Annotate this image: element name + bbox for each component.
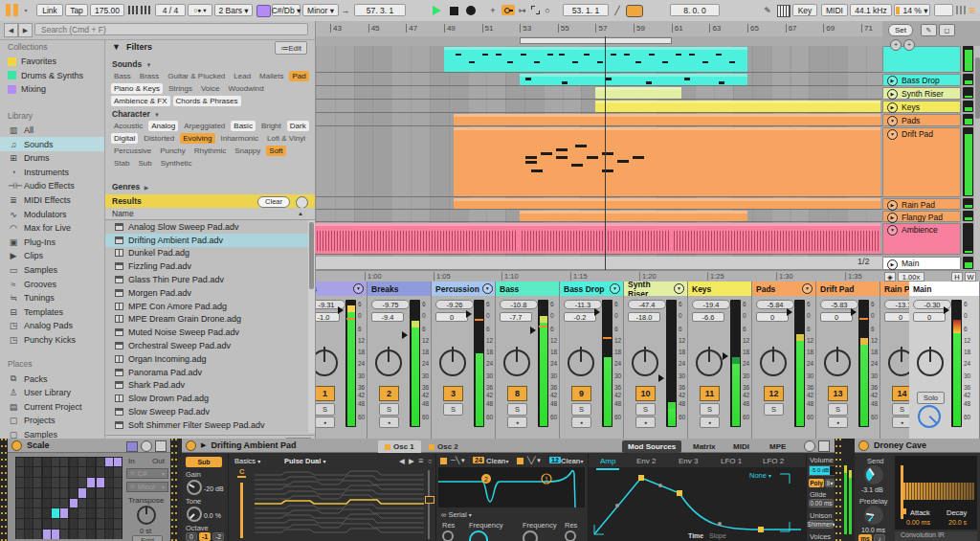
- scale-grid-cell[interactable]: [16, 519, 24, 529]
- scale-grid-cell[interactable]: [105, 519, 113, 529]
- scale-grid-cell[interactable]: [105, 467, 113, 477]
- track-fold-button[interactable]: ▼: [674, 283, 684, 294]
- sidebar-item-clips[interactable]: ▶Clips: [0, 249, 104, 263]
- sidebar-item-packs[interactable]: ⧉Packs: [0, 372, 104, 386]
- search-input[interactable]: Search (Cmd + F): [34, 23, 308, 35]
- metronome-icon[interactable]: [141, 6, 151, 14]
- mixer-track-tab[interactable]: Bass Drop▼: [560, 282, 623, 296]
- unison-mode-select[interactable]: Shimmer ▾: [809, 520, 834, 529]
- scale-grid[interactable]: [15, 457, 122, 539]
- send-knob[interactable]: [864, 465, 883, 485]
- track-header-bass-drop[interactable]: ▶Bass Drop: [882, 74, 961, 87]
- solo-button[interactable]: S: [892, 403, 909, 416]
- sidebar-item-sounds[interactable]: ♫Sounds: [0, 137, 104, 151]
- tap-tempo-button[interactable]: Tap: [65, 4, 88, 16]
- mixer-track-tab[interactable]: Bass: [496, 282, 559, 296]
- result-item[interactable]: Fizzling Pad.adv: [105, 259, 308, 273]
- add-marker-button[interactable]: +: [890, 39, 902, 51]
- clip[interactable]: [315, 223, 520, 254]
- filter1-type-icon[interactable]: ─╲ ▾: [451, 457, 465, 464]
- sidebar-item-samples[interactable]: ▢Samples: [0, 428, 104, 439]
- filter-tag-chords-phrases[interactable]: Chords & Phrases: [173, 96, 241, 106]
- result-item[interactable]: Orchestral Sweep Pad.adv: [105, 339, 308, 352]
- scale-grid-cell[interactable]: [25, 499, 33, 508]
- scale-grid-cell[interactable]: [16, 467, 24, 477]
- result-item[interactable]: Panorama Pad.adv: [105, 366, 308, 379]
- result-item[interactable]: Analog Slow Sweep Pad.adv: [105, 220, 308, 234]
- hotswap-icon[interactable]: [126, 441, 138, 452]
- reverb-device-titlebar[interactable]: Droney Cave: [855, 439, 980, 453]
- pitch-display[interactable]: C: [237, 467, 246, 478]
- dial-icon[interactable]: [804, 440, 815, 452]
- sidebar-item-tunings[interactable]: ≒Tunings: [0, 291, 104, 305]
- scale-grid-note-on[interactable]: [78, 488, 86, 498]
- pan-knob[interactable]: [632, 349, 658, 376]
- scale-grid-cell[interactable]: [70, 519, 78, 529]
- sidebar-item-instruments[interactable]: ◔Instruments: [0, 166, 104, 180]
- scale-grid-cell[interactable]: [114, 530, 122, 539]
- clip[interactable]: [520, 223, 672, 254]
- scale-grid-note-on[interactable]: [60, 508, 68, 518]
- edit-filters-button[interactable]: ≔ Edit: [275, 41, 307, 55]
- filter-tag-punchy[interactable]: Punchy: [157, 146, 189, 156]
- filter-tag-basic[interactable]: Basic: [231, 121, 256, 131]
- scale-grid-cell[interactable]: [16, 508, 24, 518]
- scale-grid-cell[interactable]: [33, 488, 41, 498]
- track-header-main[interactable]: ▶Main: [882, 257, 961, 270]
- scale-grid-cell[interactable]: [16, 458, 24, 467]
- scale-grid-cell[interactable]: [43, 467, 51, 477]
- track-fold-button[interactable]: ▶: [887, 76, 898, 86]
- clip[interactable]: [520, 74, 747, 85]
- filter-tag-acoustic[interactable]: Acoustic: [111, 121, 145, 131]
- scale-grid-cell[interactable]: [97, 499, 104, 508]
- sidebar-item-drums[interactable]: ⊞Drums: [0, 151, 104, 166]
- track-activator[interactable]: 9: [571, 386, 591, 401]
- mixer-track-tab[interactable]: Keys: [688, 282, 751, 296]
- gain-knob[interactable]: [187, 480, 202, 495]
- track-activator[interactable]: 8: [507, 386, 527, 401]
- volume-slider[interactable]: -5.0 dB: [809, 465, 835, 476]
- track-activator[interactable]: 11: [700, 386, 720, 401]
- filter-tag-pad[interactable]: Pad: [289, 71, 308, 81]
- tab-osc-2[interactable]: Osc 2: [422, 440, 465, 453]
- genres-group-header[interactable]: Genres ▶: [112, 182, 148, 192]
- volume-display[interactable]: -6.6: [692, 312, 724, 322]
- solo-button[interactable]: S: [316, 403, 335, 416]
- scale-grid-cell[interactable]: [114, 499, 122, 508]
- sidebar-item-current-project[interactable]: ▤Current Project: [0, 399, 104, 414]
- scale-grid-cell[interactable]: [33, 458, 41, 467]
- filter-tag-distorted[interactable]: Distorted: [141, 133, 177, 144]
- track-fold-button[interactable]: ▼: [610, 283, 620, 294]
- scale-grid-cell[interactable]: [105, 530, 113, 539]
- scale-grid-cell[interactable]: [25, 478, 33, 487]
- peak-level-display[interactable]: -9.26: [435, 300, 474, 309]
- result-item[interactable]: Slow Drown Pad.adg: [105, 392, 308, 405]
- solo-button[interactable]: S: [700, 403, 720, 416]
- filter-tag-dark[interactable]: Dark: [287, 121, 309, 131]
- scale-grid-cell[interactable]: [87, 488, 95, 498]
- volume-display[interactable]: 0: [884, 312, 909, 322]
- result-item[interactable]: Dunkel Pad.adg: [105, 247, 308, 260]
- track-fold-button[interactable]: ▶: [887, 213, 898, 223]
- save-preset-icon[interactable]: [818, 440, 830, 452]
- scale-grid-cell[interactable]: [33, 478, 41, 487]
- sample-rate-display[interactable]: 44.1 kHz: [850, 4, 892, 16]
- filter-tag-stab[interactable]: Stab: [111, 158, 132, 169]
- filter-tag-voice[interactable]: Voice: [198, 83, 223, 94]
- sidebar-item-all[interactable]: ▥All: [0, 124, 104, 138]
- clip[interactable]: [520, 127, 880, 196]
- set-button[interactable]: Set: [888, 24, 913, 36]
- fader-handle[interactable]: [402, 331, 408, 339]
- scale-grid-cell[interactable]: [43, 488, 51, 498]
- scale-grid-cell[interactable]: [60, 519, 68, 529]
- filter1-mode-select[interactable]: Clean▾: [486, 457, 508, 465]
- link-toggle[interactable]: Link: [36, 4, 63, 16]
- volume-display[interactable]: -7.7: [500, 312, 532, 322]
- volume-display[interactable]: 0: [435, 312, 468, 322]
- sub-toggle[interactable]: Sub: [186, 457, 222, 467]
- scale-grid-note-on[interactable]: [97, 478, 104, 487]
- filter-tag-inharmonic[interactable]: Inharmonic: [218, 133, 262, 144]
- filter2-toggle[interactable]: [517, 458, 523, 464]
- track-fold-button[interactable]: ▶: [887, 102, 898, 113]
- scale-grid-cell[interactable]: [97, 530, 104, 539]
